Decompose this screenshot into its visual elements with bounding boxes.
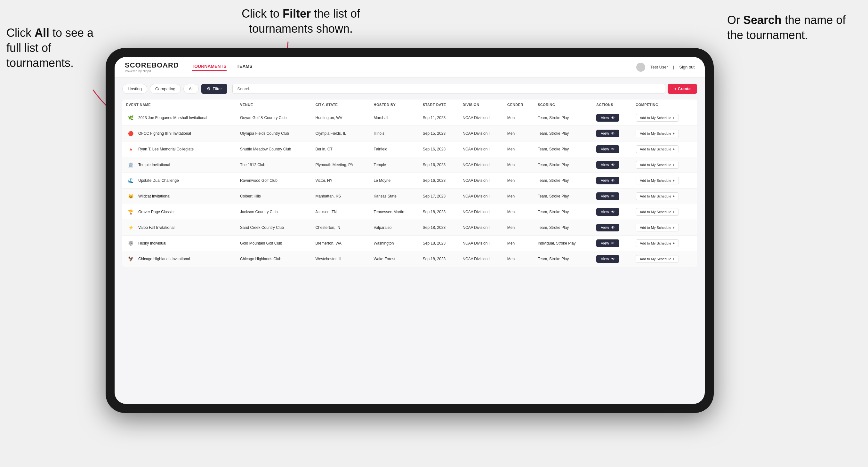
cell-actions: View 👁 xyxy=(592,126,632,142)
add-to-schedule-button[interactable]: Add to My Schedule + xyxy=(636,240,679,247)
cell-city-state: Huntington, WV xyxy=(312,110,370,126)
add-to-schedule-button[interactable]: Add to My Schedule + xyxy=(636,177,679,184)
table-row: 🔴 OFCC Fighting Illini Invitational Olym… xyxy=(122,126,697,142)
nav-tournaments[interactable]: TOURNAMENTS xyxy=(192,64,226,71)
team-logo: 🦅 xyxy=(126,254,135,263)
eye-icon: 👁 xyxy=(611,194,615,198)
cell-start-date: Sep 15, 2023 xyxy=(419,126,459,142)
team-logo: 🔺 xyxy=(126,145,135,154)
cell-event-name: 🌿 2023 Joe Feaganes Marshall Invitationa… xyxy=(122,110,236,126)
cell-city-state: Olympia Fields, IL xyxy=(312,126,370,142)
add-to-schedule-button[interactable]: Add to My Schedule + xyxy=(636,208,679,216)
cell-event-name: 🏆 Grover Page Classic xyxy=(122,204,236,220)
nav-teams[interactable]: TEAMS xyxy=(237,64,252,71)
col-scoring: SCORING xyxy=(534,99,592,110)
cell-division: NCAA Division I xyxy=(459,157,503,173)
cell-city-state: Victor, NY xyxy=(312,173,370,189)
add-to-schedule-button[interactable]: Add to My Schedule + xyxy=(636,161,679,169)
cell-start-date: Sep 16, 2023 xyxy=(419,142,459,157)
cell-gender: Men xyxy=(503,251,534,267)
cell-division: NCAA Division I xyxy=(459,110,503,126)
view-button[interactable]: View 👁 xyxy=(596,208,619,216)
add-to-schedule-button[interactable]: Add to My Schedule + xyxy=(636,130,679,137)
cell-scoring: Team, Stroke Play xyxy=(534,126,592,142)
add-to-schedule-button[interactable]: Add to My Schedule + xyxy=(636,114,679,122)
plus-icon: + xyxy=(673,163,674,167)
annotation-filter: Click to Filter the list of tournaments … xyxy=(208,6,394,36)
cell-venue: Ravenwood Golf Club xyxy=(236,173,311,189)
cell-city-state: Westchester, IL xyxy=(312,251,370,267)
view-button[interactable]: View 👁 xyxy=(596,161,619,169)
cell-scoring: Team, Stroke Play xyxy=(534,110,592,126)
cell-venue: Colbert Hills xyxy=(236,189,311,204)
eye-icon: 👁 xyxy=(611,116,615,120)
cell-city-state: Berlin, CT xyxy=(312,142,370,157)
plus-icon: + xyxy=(673,147,674,151)
cell-start-date: Sep 18, 2023 xyxy=(419,251,459,267)
view-button[interactable]: View 👁 xyxy=(596,255,619,263)
event-name-text: Husky Individual xyxy=(138,241,166,246)
eye-icon: 👁 xyxy=(611,178,615,183)
cell-start-date: Sep 11, 2023 xyxy=(419,110,459,126)
cell-division: NCAA Division I xyxy=(459,220,503,236)
cell-hosted-by: Le Moyne xyxy=(370,173,419,189)
cell-event-name: 🐱 Wildcat Invitational xyxy=(122,189,236,204)
view-button[interactable]: View 👁 xyxy=(596,224,619,231)
content-area: Hosting Competing All ⚙ Filter + Create … xyxy=(115,77,705,404)
view-button[interactable]: View 👁 xyxy=(596,177,619,184)
add-to-schedule-button[interactable]: Add to My Schedule + xyxy=(636,192,679,200)
create-button[interactable]: + Create xyxy=(668,84,697,94)
search-input[interactable] xyxy=(232,84,665,94)
view-button[interactable]: View 👁 xyxy=(596,114,619,122)
cell-competing: Add to My Schedule + xyxy=(632,189,697,204)
hosting-filter-btn[interactable]: Hosting xyxy=(122,84,147,94)
cell-gender: Men xyxy=(503,173,534,189)
all-filter-btn[interactable]: All xyxy=(183,84,199,94)
cell-city-state: Bremerton, WA xyxy=(312,236,370,251)
app-logo: SCOREBOARD xyxy=(125,61,179,69)
main-nav: TOURNAMENTS TEAMS xyxy=(192,64,636,71)
cell-hosted-by: Marshall xyxy=(370,110,419,126)
cell-event-name: 🦅 Chicago Highlands Invitational xyxy=(122,251,236,267)
tablet-screen: SCOREBOARD Powered by clippd TOURNAMENTS… xyxy=(115,57,705,404)
table-row: 🌊 Upstate Dual Challenge Ravenwood Golf … xyxy=(122,173,697,189)
cell-competing: Add to My Schedule + xyxy=(632,126,697,142)
filter-bar: Hosting Competing All ⚙ Filter + Create xyxy=(122,84,697,94)
col-event-name: EVENT NAME xyxy=(122,99,236,110)
cell-competing: Add to My Schedule + xyxy=(632,157,697,173)
add-to-schedule-button[interactable]: Add to My Schedule + xyxy=(636,145,679,153)
view-button[interactable]: View 👁 xyxy=(596,130,619,137)
add-to-schedule-button[interactable]: Add to My Schedule + xyxy=(636,255,679,263)
filter-label: Filter xyxy=(213,86,222,91)
cell-division: NCAA Division I xyxy=(459,126,503,142)
cell-venue: Sand Creek Country Club xyxy=(236,220,311,236)
cell-gender: Men xyxy=(503,236,534,251)
add-to-schedule-button[interactable]: Add to My Schedule + xyxy=(636,224,679,231)
team-logo: 🐱 xyxy=(126,192,135,201)
view-button[interactable]: View 👁 xyxy=(596,192,619,200)
logo-area: SCOREBOARD Powered by clippd xyxy=(125,61,179,73)
plus-icon: + xyxy=(673,179,674,182)
col-division: DIVISION xyxy=(459,99,503,110)
plus-icon: + xyxy=(673,226,674,229)
sign-out-link[interactable]: Sign out xyxy=(679,65,694,69)
cell-event-name: 🏛️ Temple Invitational xyxy=(122,157,236,173)
cell-actions: View 👁 xyxy=(592,110,632,126)
event-name-text: OFCC Fighting Illini Invitational xyxy=(138,131,191,136)
team-logo: 🏛️ xyxy=(126,160,135,169)
filter-icon: ⚙ xyxy=(207,86,211,91)
filter-button[interactable]: ⚙ Filter xyxy=(201,84,227,94)
view-button[interactable]: View 👁 xyxy=(596,145,619,153)
table-body: 🌿 2023 Joe Feaganes Marshall Invitationa… xyxy=(122,110,697,267)
plus-icon: + xyxy=(673,210,674,214)
cell-hosted-by: Valparaiso xyxy=(370,220,419,236)
competing-filter-btn[interactable]: Competing xyxy=(150,84,181,94)
view-button[interactable]: View 👁 xyxy=(596,240,619,247)
cell-scoring: Team, Stroke Play xyxy=(534,157,592,173)
event-name-text: Ryan T. Lee Memorial Collegiate xyxy=(138,147,194,151)
cell-event-name: 🐺 Husky Individual xyxy=(122,236,236,251)
app-header: SCOREBOARD Powered by clippd TOURNAMENTS… xyxy=(115,57,705,77)
annotation-search: Or Search the name of the tournament. xyxy=(727,13,849,43)
table-row: 🏆 Grover Page Classic Jackson Country Cl… xyxy=(122,204,697,220)
eye-icon: 👁 xyxy=(611,257,615,261)
